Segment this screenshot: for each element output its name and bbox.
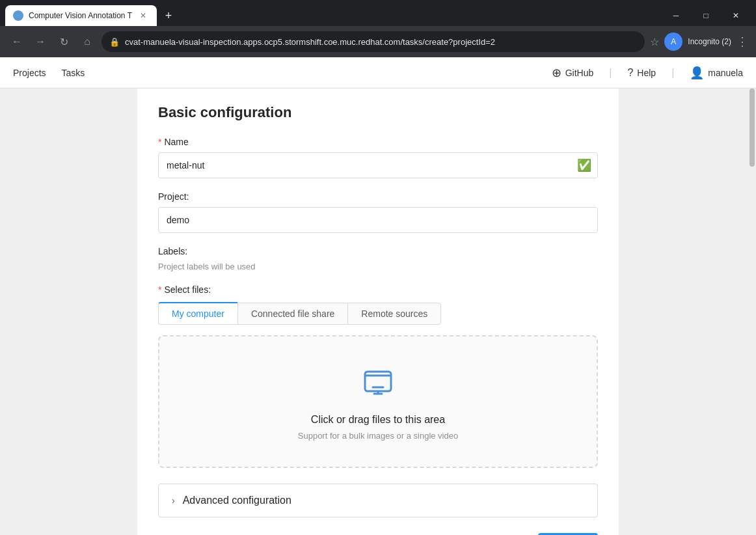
user-label: manuela (708, 68, 743, 78)
drop-icon (172, 363, 584, 406)
bookmark-icon[interactable]: ☆ (650, 36, 659, 48)
new-tab-button[interactable]: + (159, 7, 178, 25)
select-files-label: * Select files: (158, 284, 598, 295)
github-icon: ⊕ (552, 66, 561, 80)
tab-connected-file-share[interactable]: Connected file share (237, 303, 347, 325)
nav-tasks[interactable]: Tasks (62, 65, 85, 81)
project-group: Project: (158, 191, 598, 233)
drop-zone[interactable]: Click or drag files to this area Support… (158, 335, 598, 468)
url-display[interactable]: cvat-manuela-visual-inspection.apps.ocp5… (101, 31, 645, 52)
scrollbar-track[interactable] (748, 89, 756, 535)
input-valid-icon: ✅ (577, 158, 591, 172)
window-controls: ─ □ ✕ (661, 5, 751, 26)
labels-hint: Project labels will be used (158, 262, 598, 271)
nav-separator-2: | (671, 67, 674, 79)
advanced-config-section[interactable]: › Advanced configuration (158, 484, 598, 517)
nav-help[interactable]: ? Help (627, 67, 656, 79)
name-required-star: * (158, 137, 161, 147)
project-label: Project: (158, 191, 598, 202)
profile-button[interactable]: A (664, 33, 682, 51)
nav-projects[interactable]: Projects (13, 65, 46, 81)
drop-subtext: Support for a bulk images or a single vi… (172, 431, 584, 441)
tab-connected-label: Connected file share (251, 309, 334, 319)
select-files-label-text: Select files: (164, 284, 211, 295)
active-tab[interactable]: Computer Vision Annotation T ✕ (5, 5, 157, 26)
home-button[interactable]: ⌂ (78, 33, 96, 51)
select-files-group: * Select files: My computer Connected fi… (158, 284, 598, 468)
tab-my-computer-label: My computer (172, 309, 224, 319)
browser-chrome: Computer Vision Annotation T ✕ + ─ □ ✕ ←… (0, 0, 756, 57)
file-tabs: My computer Connected file share Remote … (158, 303, 598, 325)
tab-title: Computer Vision Annotation T (29, 11, 132, 20)
tab-close-icon[interactable]: ✕ (137, 10, 149, 21)
name-input-wrapper: ✅ (158, 152, 598, 178)
labels-label: Labels: (158, 246, 598, 256)
address-bar: ← → ↻ ⌂ 🔒 cvat-manuela-visual-inspection… (0, 26, 756, 57)
close-button[interactable]: ✕ (721, 5, 751, 26)
nav-user[interactable]: 👤 manuela (690, 66, 743, 80)
labels-group: Labels: Project labels will be used (158, 246, 598, 271)
help-label: Help (637, 68, 656, 78)
nav-github[interactable]: ⊕ GitHub (552, 66, 594, 80)
page-content: Basic configuration * Name ✅ Project: (0, 89, 756, 535)
labels-label-text: Labels: (158, 246, 187, 256)
chevron-right-icon: › (172, 495, 175, 506)
maximize-button[interactable]: □ (691, 5, 721, 26)
github-label: GitHub (565, 68, 594, 78)
forward-button[interactable]: → (31, 33, 49, 51)
section-title: Basic configuration (158, 104, 598, 121)
minimize-button[interactable]: ─ (661, 5, 691, 26)
drop-text: Click or drag files to this area (172, 414, 584, 426)
address-wrapper[interactable]: 🔒 cvat-manuela-visual-inspection.apps.oc… (101, 31, 645, 52)
form-container: Basic configuration * Name ✅ Project: (137, 89, 619, 535)
advanced-config-title: Advanced configuration (183, 495, 291, 506)
incognito-label: Incognito (2) (688, 37, 731, 46)
reload-button[interactable]: ↻ (55, 33, 73, 51)
help-icon: ? (627, 67, 633, 79)
tab-my-computer[interactable]: My computer (158, 302, 237, 325)
app-nav: Projects Tasks ⊕ GitHub | ? Help | 👤 man… (0, 57, 756, 89)
name-label-text: Name (164, 137, 188, 147)
user-icon: 👤 (690, 66, 704, 80)
tab-favicon (13, 10, 23, 21)
project-label-text: Project: (158, 191, 189, 202)
lock-icon: 🔒 (109, 37, 120, 47)
nav-separator-1: | (609, 67, 612, 79)
project-input[interactable] (158, 207, 598, 233)
tab-remote-sources[interactable]: Remote sources (347, 303, 441, 325)
name-label: * Name (158, 137, 598, 147)
name-group: * Name ✅ (158, 137, 598, 178)
tab-remote-sources-label: Remote sources (361, 309, 427, 319)
scrollbar-thumb[interactable] (749, 89, 755, 167)
browser-menu-icon[interactable]: ⋮ (736, 34, 748, 49)
back-button[interactable]: ← (8, 33, 26, 51)
select-files-required-star: * (158, 284, 161, 295)
name-input[interactable] (158, 152, 598, 178)
